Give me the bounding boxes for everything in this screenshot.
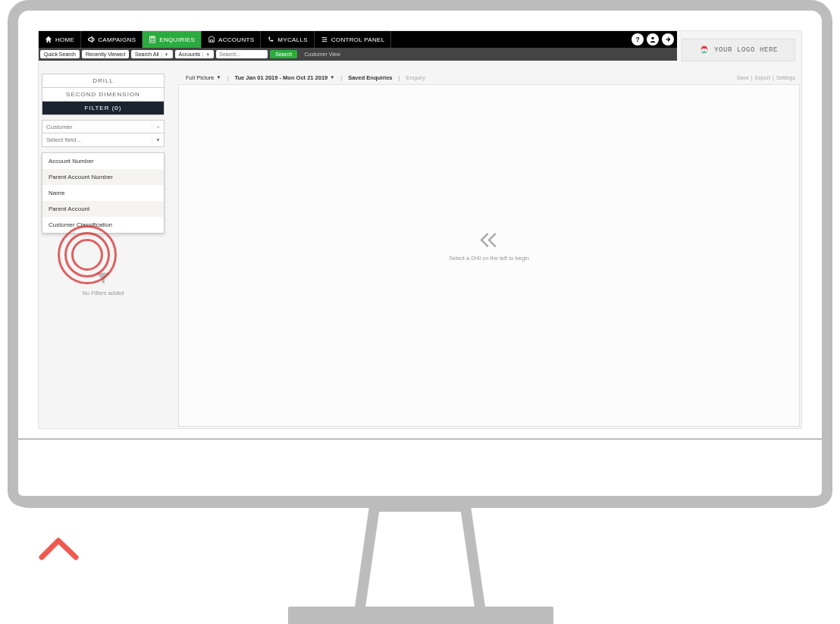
chevron-down-icon: ▼ — [330, 75, 334, 80]
nav-mycalls-label: MYCALLS — [277, 36, 307, 43]
dropdown-item-customer-classification[interactable]: Customer Classification — [42, 217, 164, 233]
monitor-stand — [352, 506, 488, 613]
nav-enquiries-label: ENQUIRIES — [159, 36, 195, 43]
search-scope-select[interactable]: Search All▼ — [131, 50, 172, 58]
phone-icon — [267, 36, 274, 43]
logo-text: YOUR LOGO HERE — [714, 46, 778, 54]
saved-enquiries-link[interactable]: Saved Enquiries — [345, 74, 395, 81]
home-icon — [45, 36, 52, 43]
chevron-down-icon: ▼ — [152, 137, 164, 143]
svg-point-8 — [322, 37, 324, 39]
calculator-icon — [149, 36, 156, 43]
primary-nav: HOME CAMPAIGNS ENQUIRIES — [39, 31, 677, 48]
nav-control-panel[interactable]: CONTROL PANEL — [315, 31, 392, 48]
user-icon — [649, 36, 657, 43]
full-picture-dropdown[interactable]: Full Picture▼ — [183, 74, 224, 81]
nav-mycalls[interactable]: MYCALLS — [261, 31, 314, 48]
logo-swirl-icon — [699, 45, 710, 55]
logout-button[interactable] — [662, 33, 674, 45]
filter-field-placeholder: Select field... — [42, 136, 152, 143]
svg-point-2 — [151, 39, 152, 39]
dropdown-item-parent-account-number[interactable]: Parent Account Number — [42, 169, 164, 185]
monitor-chin — [8, 438, 832, 506]
back-to-top-button[interactable] — [38, 535, 80, 562]
svg-point-6 — [152, 40, 153, 41]
help-button[interactable]: ? — [632, 33, 644, 45]
dropdown-item-account-number[interactable]: Account Number — [42, 153, 164, 169]
brand-logo-placeholder: YOUR LOGO HERE — [682, 39, 795, 61]
sidebar-tabs: DRILL SECOND DIMENSION FILTER (0) — [42, 74, 165, 115]
monitor-foot — [288, 607, 553, 624]
nav-campaigns-label: CAMPAIGNS — [98, 36, 136, 43]
svg-rect-1 — [151, 37, 155, 39]
svg-point-5 — [151, 40, 152, 41]
no-filters-text: No Filters added — [39, 290, 168, 296]
settings-link[interactable]: Settings — [776, 75, 795, 80]
megaphone-icon — [87, 36, 95, 43]
dropdown-item-parent-account[interactable]: Parent Account — [42, 201, 164, 217]
export-link[interactable]: Export — [755, 75, 770, 80]
nav-home[interactable]: HOME — [39, 31, 81, 48]
chevron-down-icon: ▼ — [161, 52, 169, 57]
search-input[interactable] — [216, 50, 268, 58]
empty-state: Select a Drill on the left to begin — [449, 233, 529, 262]
svg-point-3 — [152, 39, 153, 39]
sliders-icon — [321, 36, 328, 43]
remove-filter-button[interactable]: × — [152, 124, 164, 130]
date-range-dropdown[interactable]: Tue Jan 01 2019 - Mon Oct 21 2019▼ — [231, 74, 337, 81]
chevrons-left-icon — [449, 233, 529, 252]
filter-field-select[interactable]: Select field... ▼ — [42, 133, 165, 147]
chevron-up-icon — [38, 535, 80, 562]
customer-view-link[interactable]: Customer View — [304, 52, 340, 57]
monitor-bezel: YOUR LOGO HERE HOME CAMPAIGNS — [8, 0, 832, 508]
field-dropdown: Account Number Parent Account Number Nam… — [42, 152, 165, 234]
filter-field-customer[interactable]: Customer × — [42, 120, 165, 133]
building-icon — [208, 36, 215, 43]
camera-dot — [417, 2, 423, 8]
nav-home-label: HOME — [55, 36, 74, 43]
recently-viewed-pill[interactable]: Recently Viewed — [82, 50, 129, 58]
search-toolbar: Quick Search Recently Viewed Search All▼… — [39, 48, 677, 61]
funnel-icon — [95, 271, 111, 286]
enquiry-label: Enquiry — [403, 74, 428, 81]
nav-enquiries[interactable]: ENQUIRIES — [143, 31, 202, 48]
screen-content: YOUR LOGO HERE HOME CAMPAIGNS — [38, 30, 802, 429]
svg-point-9 — [325, 39, 327, 40]
nav-accounts[interactable]: ACCOUNTS — [202, 31, 261, 48]
no-filters-placeholder: No Filters added — [39, 271, 168, 296]
app-window: HOME CAMPAIGNS ENQUIRIES — [39, 31, 677, 61]
subheader-bar: Full Picture▼ | Tue Jan 01 2019 - Mon Oc… — [183, 72, 801, 83]
chevron-down-icon: ▼ — [217, 75, 221, 80]
filter-field-label: Customer — [42, 124, 152, 130]
empty-state-text: Select a Drill on the left to begin — [449, 255, 529, 262]
main-panel: Select a Drill on the left to begin — [178, 84, 800, 427]
chevron-down-icon: ▼ — [202, 52, 210, 57]
svg-point-11 — [651, 37, 654, 39]
nav-accounts-label: ACCOUNTS — [218, 36, 254, 43]
svg-point-7 — [153, 40, 154, 41]
tab-second-dimension[interactable]: SECOND DIMENSION — [42, 87, 164, 101]
search-entity-select[interactable]: Accounts▼ — [175, 50, 215, 58]
svg-point-10 — [323, 41, 324, 42]
sidebar: DRILL SECOND DIMENSION FILTER (0) Custom… — [39, 74, 168, 147]
svg-point-4 — [153, 39, 154, 39]
search-button[interactable]: Search — [270, 50, 297, 58]
tab-drill[interactable]: DRILL — [42, 74, 164, 87]
quick-search-pill[interactable]: Quick Search — [40, 50, 80, 58]
user-button[interactable] — [647, 33, 659, 45]
dropdown-item-name[interactable]: Name — [42, 185, 164, 201]
arrow-right-icon — [664, 36, 672, 43]
nav-campaigns[interactable]: CAMPAIGNS — [81, 31, 143, 48]
save-link[interactable]: Save — [737, 75, 749, 80]
nav-control-panel-label: CONTROL PANEL — [331, 36, 385, 43]
tab-filter[interactable]: FILTER (0) — [42, 101, 164, 114]
